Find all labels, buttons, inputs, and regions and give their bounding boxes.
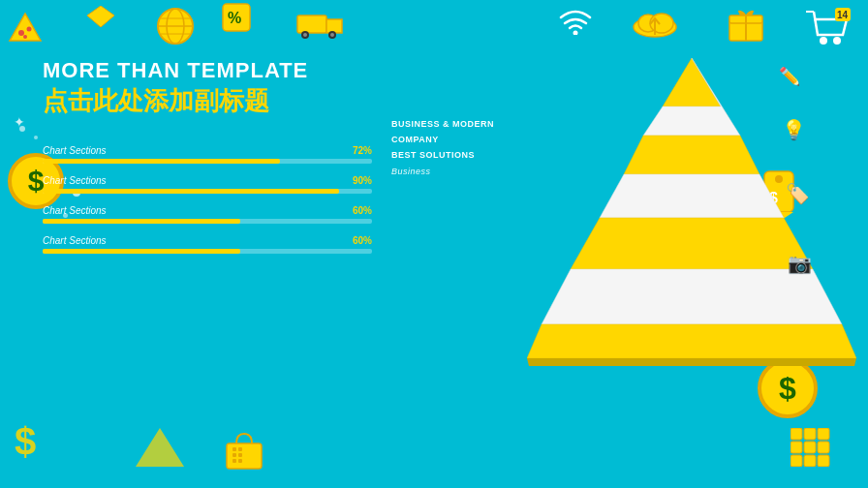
tag-pyramid-icon: 🏷️ — [786, 182, 810, 205]
main-title: MORE THAN TEMPLATE — [43, 58, 372, 83]
pencil-icon: ✏️ — [779, 66, 800, 87]
company-line2: COMPANY — [391, 132, 527, 147]
chart-bar-bg-1 — [43, 159, 372, 164]
company-line3: BEST SOLUTIONS — [391, 147, 527, 163]
chart-label-4: Chart Sections — [43, 235, 107, 246]
camera-icon: 📷 — [788, 252, 812, 275]
chart-section: Chart Sections72%Chart Sections90%Chart … — [43, 145, 372, 254]
middle-panel: BUSINESS & MODERN COMPANY BEST SOLUTIONS… — [372, 58, 527, 179]
chart-percent-3: 60% — [353, 205, 372, 216]
sub-title: 点击此处添加副标题 — [43, 85, 372, 118]
right-panel: ✏️ 💡 🏷️ 📷 — [527, 39, 856, 407]
chart-label-2: Chart Sections — [43, 175, 107, 186]
chart-bar-bg-4 — [43, 249, 372, 254]
chart-percent-2: 90% — [353, 175, 372, 186]
pyramid-wrapper: ✏️ 💡 🏷️ 📷 — [527, 39, 856, 407]
chart-row-2: Chart Sections90% — [43, 175, 372, 194]
main-content: MORE THAN TEMPLATE 点击此处添加副标题 Chart Secti… — [0, 0, 868, 488]
chart-bar-fill-4 — [43, 249, 240, 254]
lightbulb-icon: 💡 — [782, 118, 806, 141]
chart-bar-fill-2 — [43, 189, 339, 194]
title-section: MORE THAN TEMPLATE 点击此处添加副标题 — [43, 58, 372, 118]
chart-bar-fill-3 — [43, 219, 240, 224]
chart-percent-4: 60% — [353, 235, 372, 246]
pyramid-icons-overlay: ✏️ 💡 🏷️ 📷 — [527, 39, 856, 407]
company-line4: Business — [391, 164, 527, 179]
chart-row-3: Chart Sections60% — [43, 205, 372, 224]
chart-bar-fill-1 — [43, 159, 280, 164]
chart-bar-bg-2 — [43, 189, 372, 194]
chart-label-3: Chart Sections — [43, 205, 107, 216]
left-panel: MORE THAN TEMPLATE 点击此处添加副标题 Chart Secti… — [43, 58, 372, 254]
chart-percent-1: 72% — [353, 145, 372, 156]
company-line1: BUSINESS & MODERN — [391, 116, 527, 132]
chart-row-4: Chart Sections60% — [43, 235, 372, 254]
chart-row-1: Chart Sections72% — [43, 145, 372, 164]
chart-label-1: Chart Sections — [43, 145, 107, 156]
chart-bar-bg-3 — [43, 219, 372, 224]
